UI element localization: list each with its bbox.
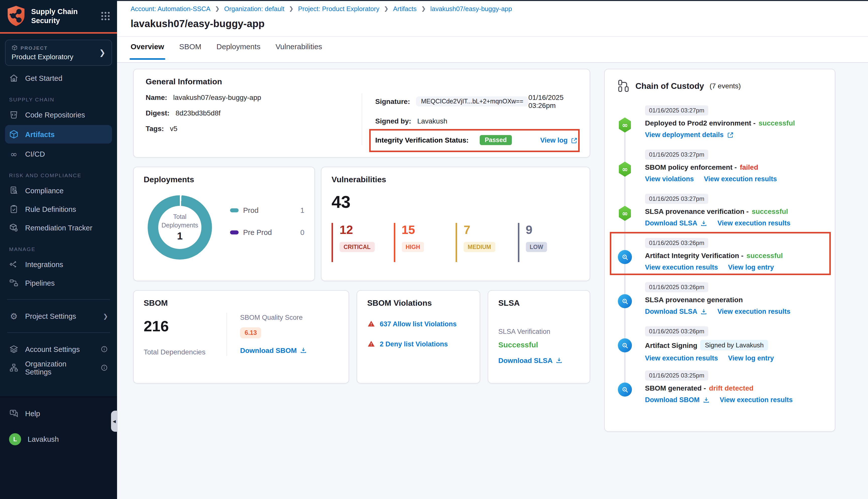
chevron-right-icon: ❯ [99, 48, 106, 57]
window-top-edge [117, 0, 868, 1]
tab-vulnerabilities[interactable]: Vulnerabilities [276, 42, 322, 57]
breadcrumb-link[interactable]: Artifacts [393, 5, 417, 13]
app-switcher-icon[interactable] [101, 12, 110, 21]
event-status: successful [759, 119, 795, 127]
view-log-entry-link[interactable]: View log entry [728, 264, 774, 271]
sidebar-item-integrations[interactable]: Integrations [0, 255, 117, 273]
view-execution-results-link[interactable]: View execution results [704, 175, 777, 183]
info-icon [100, 364, 108, 372]
view-violations-link[interactable]: View violations [645, 175, 694, 183]
brand-accent-line [0, 32, 117, 34]
allow-list-violations-link[interactable]: 637 Allow list Violations [380, 320, 457, 328]
doc-search-icon [9, 186, 19, 195]
download-icon [703, 396, 710, 403]
sidebar-item-remediation-tracker[interactable]: Remediation Tracker [0, 218, 117, 237]
sidebar-item-label: Remediation Tracker [25, 224, 93, 232]
vulnerabilities-total: 43 [331, 192, 580, 212]
scan-circle-icon [618, 250, 632, 264]
signature-label: Signature: [375, 97, 410, 106]
warning-triangle-icon [367, 340, 375, 348]
card-title: Deployments [144, 175, 304, 184]
chevron-right-icon: ❯ [215, 5, 219, 12]
download-icon [556, 357, 563, 364]
deployments-donut-chart: Total Deployments 1 [148, 195, 212, 259]
breadcrumb-link[interactable]: lavakush07/easy-buggy-app [430, 5, 512, 13]
custody-event-artifact-integrity: 01/16/2025 03:26pm Artifact Integrity Ve… [618, 238, 822, 274]
preprod-swatch [230, 230, 239, 234]
card-title: Vulnerabilities [331, 175, 580, 184]
sidebar-collapse-handle[interactable]: ◀ [111, 411, 118, 432]
sidebar-item-get-started[interactable]: Get Started [0, 69, 117, 87]
integrations-icon [9, 259, 19, 269]
section-heading-manage: MANAGE [0, 237, 117, 255]
sidebar-item-code-repositories[interactable]: Code Repositories [0, 106, 117, 124]
sidebar-item-account-settings[interactable]: Account Settings [0, 340, 117, 358]
sidebar-item-rule-definitions[interactable]: Rule Definitions [0, 200, 117, 218]
critical-count: 12 [340, 223, 394, 237]
event-timestamp: 01/16/2025 03:25pm [645, 370, 708, 380]
card-title: General Information [146, 77, 578, 86]
artifact-name-value: lavakush07/easy-buggy-app [173, 93, 261, 101]
event-status: successful [752, 207, 788, 215]
card-title: SLSA [498, 299, 580, 308]
download-slsa-link[interactable]: Download SLSA [645, 308, 708, 315]
severity-high: 15 HIGH [394, 223, 456, 262]
sidebar-item-compliance[interactable]: Compliance [0, 181, 117, 200]
view-log-entry-link[interactable]: View log entry [728, 354, 774, 362]
view-execution-results-link[interactable]: View execution results [720, 396, 793, 404]
section-heading-supply-chain: SUPPLY CHAIN [0, 87, 117, 106]
breadcrumb-link[interactable]: Project: Product Exploratory [298, 5, 379, 13]
view-execution-results-link[interactable]: View execution results [718, 308, 791, 315]
sidebar-item-pipelines[interactable]: Pipelines [0, 273, 117, 292]
user-menu[interactable]: L Lavakush [0, 430, 117, 448]
view-execution-results-link[interactable]: View execution results [645, 354, 718, 362]
app-logo-shield-icon [6, 5, 26, 27]
sidebar-item-cicd[interactable]: ∞ CI/CD [0, 145, 117, 163]
view-log-link[interactable]: View log [540, 136, 578, 144]
card-title: SBOM Violations [367, 299, 470, 308]
external-link-icon [571, 137, 578, 144]
tab-deployments[interactable]: Deployments [217, 42, 261, 57]
download-sbom-link[interactable]: Download SBOM [240, 346, 307, 354]
sidebar-item-project-settings[interactable]: ⚙ Project Settings ❯ [0, 307, 117, 325]
tab-overview[interactable]: Overview [131, 42, 164, 57]
download-slsa-link[interactable]: Download SLSA [498, 356, 563, 364]
signed-by-value: Lavakush [417, 117, 447, 125]
section-heading-risk-compliance: RISK AND COMPLIANCE [0, 163, 117, 181]
breadcrumb-link[interactable]: Organization: default [224, 5, 284, 13]
chain-of-custody-panel: Chain of Custody (7 events) ∞ 01/16/2025… [604, 69, 835, 432]
event-title: Artifact Signing [645, 341, 697, 349]
critical-badge: CRITICAL [340, 242, 374, 252]
scan-circle-icon [618, 382, 632, 397]
donut-center-label: Total Deployments [160, 213, 200, 229]
event-title: SBOM generated - [645, 384, 706, 392]
view-execution-results-link[interactable]: View execution results [718, 219, 791, 227]
download-sbom-link[interactable]: Download SBOM [645, 396, 710, 404]
event-timestamp: 01/16/2025 03:26pm [645, 326, 708, 336]
prod-swatch [230, 208, 239, 212]
legend-item-prod: Prod 1 [230, 206, 304, 214]
download-slsa-link[interactable]: Download SLSA [645, 219, 708, 227]
deny-list-violations-link[interactable]: 2 Deny list Violations [380, 340, 448, 348]
legend-label: Prod [243, 206, 258, 214]
digest-value: 8d23bd3b5d8f [176, 109, 220, 117]
donut-center-value: 1 [177, 230, 183, 242]
chevron-right-icon: ❯ [384, 5, 388, 12]
help-chat-icon [9, 409, 19, 418]
breadcrumb-link[interactable]: Account: Automation-SSCA [131, 5, 210, 13]
project-selector[interactable]: PROJECT Product Exploratory ❯ [5, 40, 112, 66]
sidebar-item-organization-settings[interactable]: Organization Settings [0, 358, 117, 377]
chain-of-custody-icon [618, 79, 630, 93]
pipelines-icon [9, 278, 19, 288]
signature-value[interactable]: MEQCICde2VjIT...bL+2+mqnOXw== [416, 96, 528, 107]
sidebar-item-help[interactable]: Help [0, 404, 117, 423]
view-deployment-details-link[interactable]: View deployment details [645, 131, 734, 138]
sidebar-footer: Help L Lavakush [0, 397, 117, 499]
view-execution-results-link[interactable]: View execution results [645, 264, 718, 271]
sidebar-item-label: Account Settings [25, 345, 80, 353]
tags-value: v5 [170, 124, 178, 133]
event-title: Artifact Integrity Verification - [645, 252, 744, 259]
sidebar-item-artifacts[interactable]: Artifacts [5, 125, 112, 144]
tab-sbom[interactable]: SBOM [179, 42, 201, 57]
layers-gear-icon [9, 344, 19, 354]
